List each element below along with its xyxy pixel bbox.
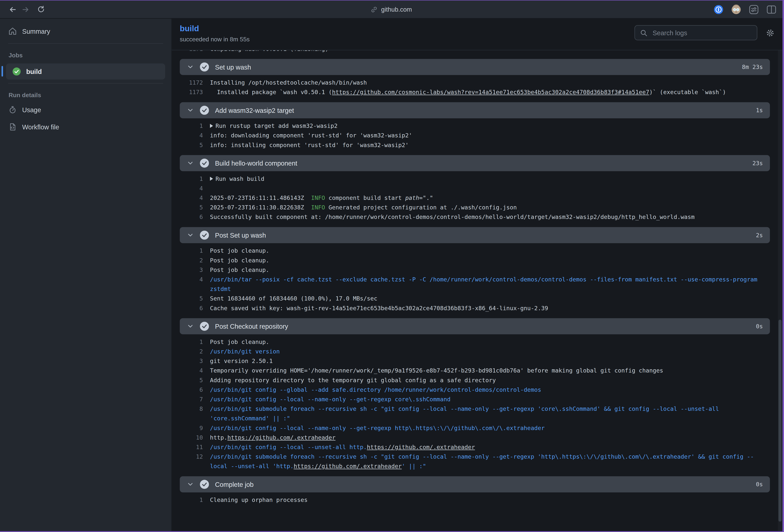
line-number[interactable]: 1173 (180, 88, 203, 97)
line-text: /usr/bin/git config --local --unset-all … (210, 443, 770, 452)
expand-group-icon[interactable] (210, 124, 213, 128)
line-number[interactable]: 4 (180, 275, 203, 294)
line-text: Run rustup target add wasm32-wasip2 (210, 121, 770, 131)
onepassword-icon[interactable] (713, 4, 724, 14)
line-number[interactable]: 1172 (180, 78, 203, 88)
scrollbar[interactable] (778, 50, 782, 531)
line-segment: ="." (419, 194, 433, 201)
line-number[interactable]: 6 (180, 385, 203, 395)
line-number[interactable]: 5 (180, 203, 203, 213)
line-segment[interactable]: https://github.com/.extraheader (367, 444, 475, 451)
log-line: 3git version 2.50.1 (180, 357, 770, 366)
step-log-lines: 1Run rustup target add wasm32-wasip24inf… (180, 118, 770, 150)
forward-icon[interactable] (19, 3, 32, 16)
profile-avatar-icon[interactable] (731, 4, 741, 14)
log-section: Post Set up wash2s1Post job cleanup.2Pos… (180, 227, 770, 313)
line-number[interactable]: 8 (180, 404, 203, 423)
line-number[interactable]: 3 (180, 265, 203, 275)
line-segment: info: downloading component 'rust-std' f… (210, 132, 412, 139)
step-log-lines: 1172Installing /opt/hostedtoolcache/wash… (180, 75, 770, 97)
file-code-icon (8, 123, 17, 131)
line-number[interactable]: 6 (180, 304, 203, 313)
log-line: 42025-07-23T16:11:11.486143Z INFO compon… (180, 193, 770, 203)
line-number[interactable]: 2 (180, 347, 203, 357)
line-number[interactable]: 1171 (180, 50, 203, 54)
line-number[interactable]: 9 (180, 423, 203, 433)
toolbar-settings-icon[interactable] (749, 4, 759, 14)
line-number[interactable]: 4 (180, 193, 203, 203)
address-bar[interactable]: github.com (371, 1, 412, 18)
sidebar-item-usage[interactable]: Usage (0, 101, 171, 118)
line-segment: git version 2.50.1 (210, 358, 273, 365)
chevron-down-icon[interactable] (187, 323, 194, 330)
clipped-log-line: 1171Compiling wash v0.50.1 (finishing) (180, 50, 770, 54)
reload-icon[interactable] (34, 3, 48, 16)
jobs-heading: Jobs (0, 47, 171, 61)
line-segment: Successfully built component at: /home/r… (210, 214, 695, 221)
log-line: 1Post job cleanup. (180, 246, 770, 256)
step-log-lines: 1Post job cleanup.2/usr/bin/git version3… (180, 334, 770, 471)
sidebar-item-summary[interactable]: Summary (0, 23, 171, 40)
chevron-down-icon[interactable] (187, 160, 194, 167)
chevron-down-icon[interactable] (187, 231, 194, 239)
log-scroll-area[interactable]: 1171Compiling wash v0.50.1 (finishing) S… (172, 50, 778, 531)
step-header[interactable]: Build hello-world component23s (180, 155, 770, 171)
sidebar-item-label: Usage (22, 106, 41, 114)
log-settings-gear-icon[interactable] (766, 28, 775, 37)
line-number[interactable]: 4 (180, 131, 203, 140)
expand-group-icon[interactable] (210, 177, 213, 180)
line-number[interactable]: 12 (180, 452, 203, 471)
line-segment: /usr/bin/git config --local --name-only … (210, 424, 544, 431)
line-segment[interactable]: https://github.com/cosmonic-labs/wash?re… (332, 89, 649, 96)
line-number[interactable]: 5 (180, 375, 203, 385)
back-icon[interactable] (6, 3, 19, 16)
line-number[interactable]: 1 (180, 174, 203, 184)
search-logs-input[interactable] (651, 28, 752, 37)
sidebar-item-workflow-file[interactable]: Workflow file (0, 118, 171, 136)
step-header[interactable]: Post Set up wash2s (180, 227, 770, 243)
line-number[interactable]: 1 (180, 121, 203, 131)
line-number[interactable]: 4 (180, 366, 203, 375)
line-number[interactable]: 3 (180, 357, 203, 366)
scrollbar-thumb[interactable] (779, 319, 782, 522)
line-number[interactable]: 5 (180, 294, 203, 304)
line-number[interactable]: 2 (180, 256, 203, 265)
line-number[interactable]: 1 (180, 496, 203, 505)
log-line: 3Post job cleanup. (180, 265, 770, 275)
step-header[interactable]: Post Checkout repository0s (180, 318, 770, 334)
line-segment[interactable]: https://github.com/.extraheader (294, 463, 402, 470)
line-segment: info: installing component 'rust-std' fo… (210, 141, 409, 148)
line-segment: ' || :" (402, 463, 426, 470)
line-number[interactable]: 5 (180, 140, 203, 150)
line-text: /usr/bin/git config --local --name-only … (210, 423, 770, 433)
split-view-icon[interactable] (766, 4, 777, 14)
line-number[interactable]: 7 (180, 395, 203, 404)
chevron-down-icon[interactable] (187, 63, 194, 71)
search-logs-box[interactable] (635, 25, 757, 40)
line-text: /usr/bin/git config --local --name-only … (210, 395, 770, 404)
sidebar-item-job-build[interactable]: build (6, 63, 165, 80)
line-number[interactable]: 10 (180, 433, 203, 443)
line-segment: Installed package `wash v0.50.1 ( (210, 89, 332, 96)
line-number[interactable]: 6 (180, 213, 203, 222)
line-text: http.https://github.com/.extraheader (210, 433, 770, 443)
line-text: git version 2.50.1 (210, 357, 770, 366)
line-number[interactable]: 11 (180, 443, 203, 452)
line-number[interactable]: 4 (180, 184, 203, 193)
step-header[interactable]: Complete job0s (180, 476, 770, 493)
line-number[interactable]: 1 (180, 337, 203, 347)
log-line: 6Successfully built component at: /home/… (180, 213, 770, 222)
stopwatch-icon (8, 106, 17, 114)
sidebar-item-label: Summary (22, 27, 50, 35)
log-line: 5Sent 16834460 of 16834460 (100.0%), 17.… (180, 294, 770, 304)
line-segment[interactable]: https://github.com/.extraheader (227, 434, 335, 441)
log-line: 1Run rustup target add wasm32-wasip2 (180, 121, 770, 131)
line-text: info: installing component 'rust-std' fo… (210, 140, 770, 150)
chevron-down-icon[interactable] (187, 481, 194, 488)
line-text: Temporarily overriding HOME='/home/runne… (210, 366, 770, 375)
line-number[interactable]: 1 (180, 246, 203, 256)
step-header[interactable]: Add wasm32-wasip2 target1s (180, 102, 770, 118)
line-segment: Cache saved with key: wash-git-rev-14a51… (210, 305, 548, 312)
chevron-down-icon[interactable] (187, 107, 194, 114)
step-header[interactable]: Set up wash8m 23s (180, 59, 770, 75)
